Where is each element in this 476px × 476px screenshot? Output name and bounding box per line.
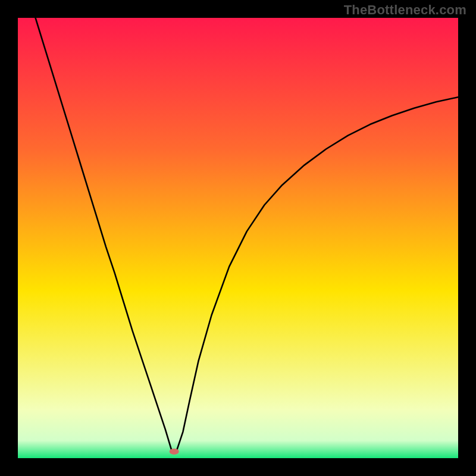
plot-area	[18, 18, 458, 458]
minimum-marker	[170, 449, 179, 455]
chart-svg	[18, 18, 458, 458]
gradient-background	[18, 18, 458, 458]
watermark-text: TheBottleneck.com	[344, 2, 466, 18]
chart-frame: TheBottleneck.com	[0, 0, 476, 476]
